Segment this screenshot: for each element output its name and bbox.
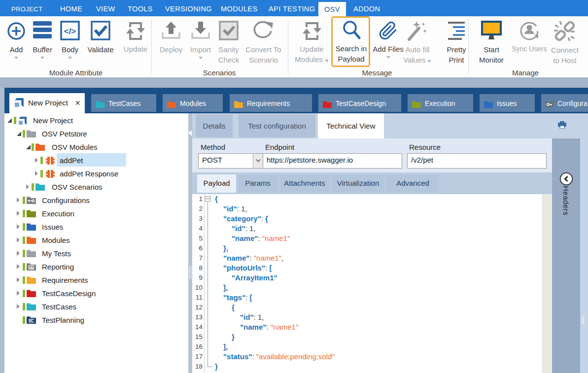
svg-text:</>: </>: [64, 27, 76, 36]
